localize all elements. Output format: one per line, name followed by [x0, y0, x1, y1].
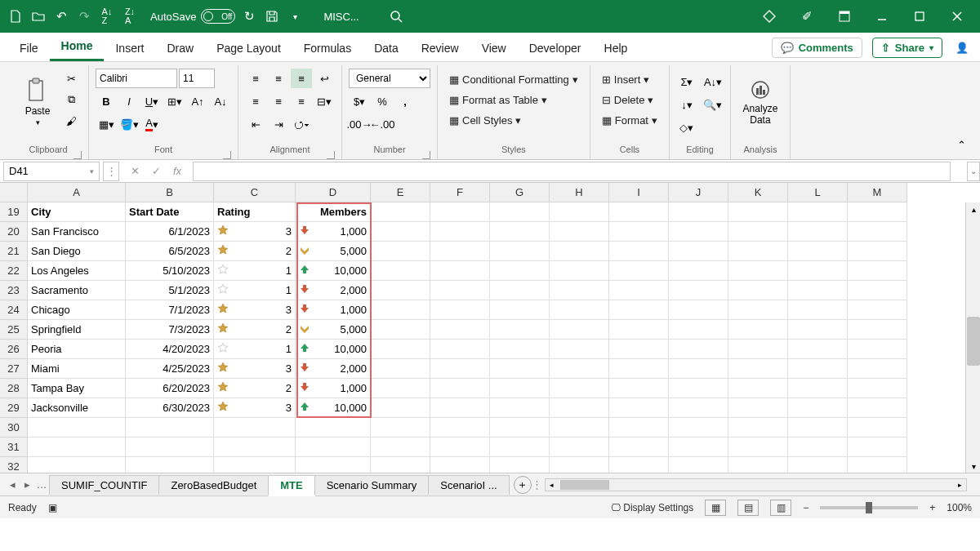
- font-size-input[interactable]: [179, 69, 215, 88]
- cell[interactable]: San Diego: [28, 242, 126, 261]
- column-header[interactable]: I: [609, 183, 669, 202]
- cell[interactable]: [848, 359, 907, 379]
- column-header[interactable]: K: [728, 183, 788, 202]
- row-header[interactable]: 31: [0, 438, 28, 457]
- cell[interactable]: [669, 242, 728, 261]
- row-header[interactable]: 23: [0, 281, 28, 300]
- cell[interactable]: [550, 359, 609, 379]
- cell[interactable]: 3: [214, 398, 296, 418]
- cell[interactable]: [371, 379, 430, 398]
- sheet-tab-scenarioi[interactable]: ScenarioI ...: [428, 475, 509, 495]
- tab-formulas[interactable]: Formulas: [292, 35, 363, 61]
- cell[interactable]: 3: [214, 300, 296, 320]
- comma-icon[interactable]: ,: [394, 91, 416, 111]
- cell[interactable]: 6/30/2023: [126, 398, 214, 418]
- clipboard-dialog-launcher[interactable]: [74, 151, 82, 159]
- cell[interactable]: [490, 398, 550, 418]
- cell[interactable]: [490, 418, 550, 438]
- orientation-icon[interactable]: ⭯▾: [291, 114, 312, 134]
- cell[interactable]: Miami: [28, 359, 126, 379]
- cell[interactable]: [848, 398, 907, 418]
- cell[interactable]: [788, 320, 848, 340]
- sheet-tab-sumif[interactable]: SUMIF_COUNTIF: [49, 475, 159, 495]
- maximize-button[interactable]: [903, 5, 936, 28]
- cell[interactable]: [371, 320, 430, 340]
- cell[interactable]: [550, 281, 609, 300]
- cell[interactable]: [214, 418, 296, 438]
- cell[interactable]: [728, 242, 788, 261]
- cell[interactable]: 5,000: [296, 242, 371, 261]
- cell[interactable]: [214, 438, 296, 457]
- cell[interactable]: [296, 438, 371, 457]
- cancel-formula-icon[interactable]: ✕: [124, 162, 145, 181]
- cell[interactable]: [728, 281, 788, 300]
- zoom-in-button[interactable]: +: [929, 502, 935, 513]
- cell[interactable]: [669, 320, 728, 340]
- cell[interactable]: [788, 457, 848, 473]
- cell[interactable]: [430, 202, 490, 222]
- select-all-corner[interactable]: [0, 183, 28, 202]
- cell[interactable]: [728, 438, 788, 457]
- cell[interactable]: [669, 457, 728, 473]
- cell[interactable]: [371, 340, 430, 359]
- cell[interactable]: [609, 438, 669, 457]
- cell[interactable]: 7/3/2023: [126, 320, 214, 340]
- sort-filter-icon[interactable]: A↓▾: [702, 72, 724, 91]
- number-format-select[interactable]: General: [349, 69, 430, 88]
- refresh-icon[interactable]: ↻: [240, 7, 258, 25]
- cell[interactable]: Los Angeles: [28, 261, 126, 281]
- fx-icon[interactable]: fx: [167, 162, 188, 181]
- tab-home[interactable]: Home: [50, 33, 105, 61]
- cell[interactable]: [371, 281, 430, 300]
- tab-view[interactable]: View: [470, 35, 518, 61]
- cell[interactable]: [430, 300, 490, 320]
- font-dialog-launcher[interactable]: [223, 151, 231, 159]
- page-break-view-icon[interactable]: ▥: [770, 500, 791, 516]
- ribbon-display-icon[interactable]: [828, 5, 861, 28]
- cell[interactable]: [728, 300, 788, 320]
- cell[interactable]: [490, 359, 550, 379]
- cell[interactable]: [728, 202, 788, 222]
- row-header[interactable]: 28: [0, 379, 28, 398]
- cell[interactable]: Start Date: [126, 202, 214, 222]
- format-painter-icon[interactable]: 🖌: [60, 111, 82, 131]
- cell[interactable]: 1: [214, 281, 296, 300]
- cell[interactable]: [788, 379, 848, 398]
- tab-insert[interactable]: Insert: [104, 35, 155, 61]
- normal-view-icon[interactable]: ▦: [705, 500, 726, 516]
- row-header[interactable]: 26: [0, 340, 28, 359]
- cell[interactable]: 3: [214, 359, 296, 379]
- bold-icon[interactable]: B: [96, 91, 117, 111]
- number-dialog-launcher[interactable]: [422, 151, 430, 159]
- cell[interactable]: 2,000: [296, 281, 371, 300]
- cell[interactable]: [430, 261, 490, 281]
- cell[interactable]: [669, 222, 728, 242]
- cell[interactable]: [728, 340, 788, 359]
- cell[interactable]: [788, 202, 848, 222]
- open-folder-icon[interactable]: [29, 7, 47, 25]
- sheet-tab-scenario-summary[interactable]: Scenario Summary: [314, 475, 430, 495]
- cell[interactable]: [848, 300, 907, 320]
- cell[interactable]: [214, 457, 296, 473]
- cell[interactable]: [788, 418, 848, 438]
- cell[interactable]: Sacramento: [28, 281, 126, 300]
- cell[interactable]: [609, 418, 669, 438]
- cell[interactable]: Members: [296, 202, 371, 222]
- cell[interactable]: [848, 281, 907, 300]
- wrap-text-icon[interactable]: ↩: [314, 69, 335, 88]
- cell[interactable]: [371, 457, 430, 473]
- cut-icon[interactable]: ✂: [60, 69, 82, 88]
- cell[interactable]: [609, 261, 669, 281]
- cell[interactable]: [490, 340, 550, 359]
- cell[interactable]: [788, 261, 848, 281]
- tab-draw[interactable]: Draw: [155, 35, 205, 61]
- cell[interactable]: [788, 340, 848, 359]
- cell[interactable]: [609, 202, 669, 222]
- cell[interactable]: [728, 398, 788, 418]
- scroll-down-icon[interactable]: ▾: [967, 460, 980, 473]
- cell[interactable]: [550, 457, 609, 473]
- cell[interactable]: [550, 202, 609, 222]
- increase-decimal-icon[interactable]: .00→: [349, 114, 370, 134]
- cell[interactable]: [371, 359, 430, 379]
- alignment-dialog-launcher[interactable]: [327, 151, 335, 159]
